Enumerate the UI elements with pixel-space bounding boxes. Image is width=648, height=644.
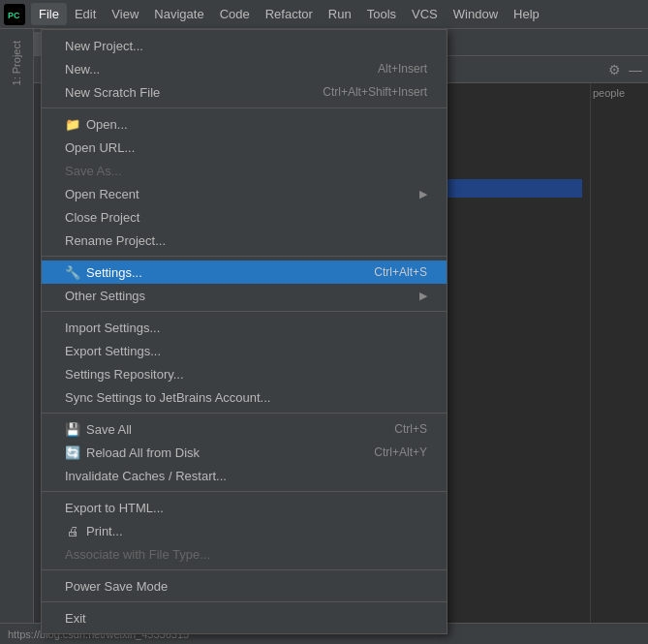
menu-item-rename-project[interactable]: Rename Project...: [42, 229, 447, 252]
menu-item-sync-settings[interactable]: Sync Settings to JetBrains Account...: [42, 385, 447, 409]
separator-2: [42, 256, 447, 257]
menu-item-save-as: Save As...: [42, 159, 447, 182]
minimize-icon[interactable]: —: [629, 62, 642, 77]
menu-item-reload-disk[interactable]: 🔄 Reload All from Disk Ctrl+Alt+Y: [42, 441, 447, 464]
separator-5: [42, 491, 447, 492]
menu-item-other-settings[interactable]: Other Settings ▶: [42, 284, 447, 307]
menu-window[interactable]: Window: [446, 3, 506, 25]
menu-item-settings[interactable]: 🔧 Settings... Ctrl+Alt+S: [42, 261, 447, 284]
file-menu: New Project... New... Alt+Insert New Scr…: [41, 29, 447, 634]
separator-7: [42, 601, 447, 602]
svg-text:PC: PC: [8, 11, 20, 20]
menu-item-export-html[interactable]: Export to HTML...: [42, 496, 447, 519]
save-icon: 💾: [65, 421, 80, 437]
separator-3: [42, 311, 447, 312]
submenu-arrow-open-recent: ▶: [419, 188, 427, 200]
folder-icon: 📁: [65, 116, 80, 132]
menu-item-open-recent[interactable]: Open Recent ▶: [42, 182, 447, 205]
reload-icon: 🔄: [65, 445, 80, 460]
menu-refactor[interactable]: Refactor: [258, 3, 321, 25]
menu-item-import-settings[interactable]: Import Settings...: [42, 316, 447, 339]
menu-help[interactable]: Help: [506, 3, 547, 25]
separator-4: [42, 413, 447, 414]
menu-code[interactable]: Code: [212, 3, 258, 25]
menu-run[interactable]: Run: [321, 3, 359, 25]
gear-icon[interactable]: ⚙: [608, 62, 621, 77]
menubar: PC File Edit View Navigate Code Refactor…: [0, 0, 648, 29]
wrench-icon: 🔧: [65, 264, 80, 280]
menu-item-new-scratch[interactable]: New Scratch File Ctrl+Alt+Shift+Insert: [42, 80, 447, 104]
menu-item-power-save[interactable]: Power Save Mode: [42, 574, 447, 598]
menu-navigate[interactable]: Navigate: [146, 3, 211, 25]
menu-item-save-all[interactable]: 💾 Save All Ctrl+S: [42, 417, 447, 441]
project-tab[interactable]: 1: Project: [11, 41, 22, 85]
menu-edit[interactable]: Edit: [67, 3, 104, 25]
separator-6: [42, 569, 447, 570]
file-menu-dropdown: New Project... New... Alt+Insert New Scr…: [41, 29, 447, 634]
menu-item-new-project[interactable]: New Project...: [42, 34, 447, 57]
left-sidebar: 1: Project: [0, 29, 34, 644]
menu-item-export-settings[interactable]: Export Settings...: [42, 339, 447, 362]
menu-item-invalidate-caches[interactable]: Invalidate Caches / Restart...: [42, 464, 447, 487]
menu-item-new[interactable]: New... Alt+Insert: [42, 57, 447, 80]
app-logo: PC: [4, 4, 25, 25]
menu-vcs[interactable]: VCS: [404, 3, 446, 25]
menu-item-open[interactable]: 📁 Open...: [42, 112, 447, 136]
menu-item-exit[interactable]: Exit: [42, 606, 447, 629]
right-panel-hint: people: [590, 83, 648, 644]
separator-1: [42, 107, 447, 108]
submenu-arrow-other-settings: ▶: [419, 290, 427, 302]
print-icon: 🖨: [65, 523, 80, 538]
menu-view[interactable]: View: [104, 3, 146, 25]
menu-tools[interactable]: Tools: [359, 3, 404, 25]
menu-file[interactable]: File: [31, 3, 67, 25]
menu-item-open-url[interactable]: Open URL...: [42, 136, 447, 159]
menu-item-print[interactable]: 🖨 Print...: [42, 519, 447, 542]
menu-item-close-project[interactable]: Close Project: [42, 205, 447, 229]
menu-item-associate-file: Associate with File Type...: [42, 542, 447, 566]
menu-item-settings-repo[interactable]: Settings Repository...: [42, 362, 447, 385]
